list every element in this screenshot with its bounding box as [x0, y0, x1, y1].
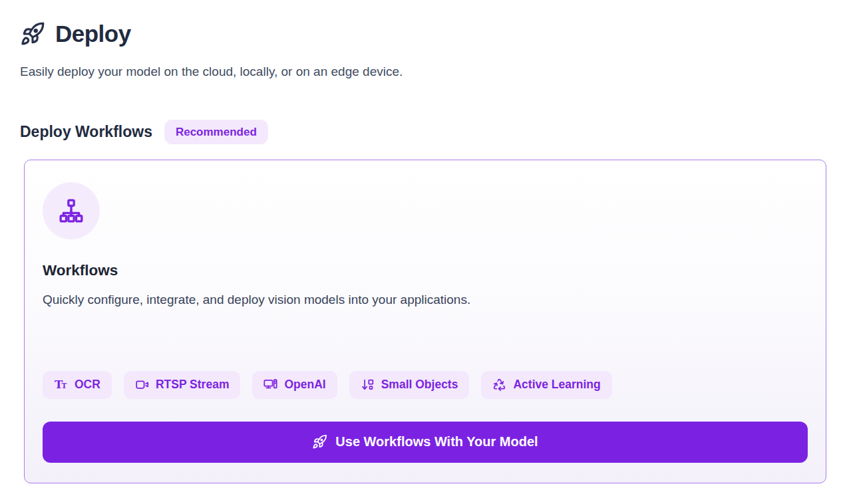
card-title: Workflows [43, 262, 808, 279]
tag-label: RTSP Stream [156, 378, 230, 392]
workflows-icon-circle [43, 182, 100, 239]
tag-ocr: TTOCR [43, 371, 112, 399]
tag-label: OpenAI [284, 378, 325, 392]
tag-active-learning: Active Learning [481, 371, 611, 399]
page-subtitle: Easily deploy your model on the cloud, l… [20, 64, 826, 80]
recommended-badge: Recommended [164, 120, 268, 144]
tag-small-objects: Small Objects [349, 371, 470, 399]
type-letters-icon: TT [54, 378, 68, 392]
rocket-icon [20, 21, 45, 47]
tag-openai: OpenAI [252, 371, 337, 399]
card-description: Quickly configure, integrate, and deploy… [43, 292, 808, 308]
tag-label: OCR [75, 378, 100, 392]
arrow-down-squares-icon [361, 378, 375, 392]
tag-label: Active Learning [513, 378, 600, 392]
use-workflows-button-label: Use Workflows With Your Model [335, 434, 538, 449]
tag-list: TTOCRRTSP StreamOpenAISmall ObjectsActiv… [43, 371, 808, 399]
use-workflows-button[interactable]: Use Workflows With Your Model [43, 422, 808, 463]
page-header: Deploy [20, 20, 826, 48]
section-heading: Deploy Workflows [20, 123, 152, 141]
sitemap-icon [58, 197, 84, 224]
desktop-computer-icon [263, 378, 277, 392]
tag-label: Small Objects [381, 378, 458, 392]
video-camera-icon [135, 378, 149, 392]
recycle-icon [492, 378, 506, 392]
page-title: Deploy [55, 20, 131, 48]
deploy-page: Deploy Easily deploy your model on the c… [0, 0, 845, 483]
section-heading-row: Deploy Workflows Recommended [20, 120, 826, 144]
rocket-icon [312, 434, 327, 449]
tag-rtsp-stream: RTSP Stream [124, 371, 241, 399]
svg-text:T: T [61, 382, 67, 390]
workflows-card: Workflows Quickly configure, integrate, … [24, 160, 826, 483]
